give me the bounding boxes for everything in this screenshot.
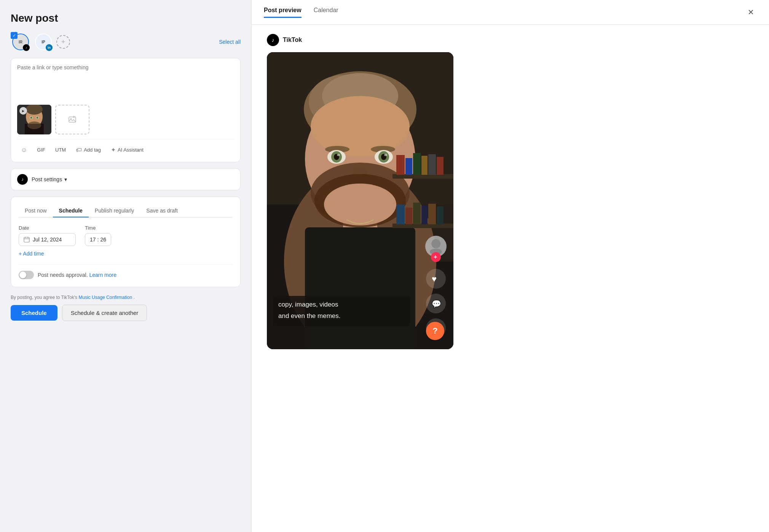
- time-input[interactable]: 17 : 26: [85, 233, 111, 246]
- tab-save-draft[interactable]: Save as draft: [140, 204, 184, 217]
- close-button[interactable]: ✕: [745, 6, 757, 18]
- svg-point-64: [431, 239, 440, 248]
- svg-point-44: [324, 184, 396, 225]
- right-tabs: Post preview Calendar: [264, 7, 338, 18]
- add-time-button[interactable]: + Add time: [19, 251, 44, 257]
- add-media-icon: [68, 115, 77, 124]
- account-chip-ip-linkedin[interactable]: IP in: [34, 32, 53, 52]
- time-hour: 17: [90, 236, 96, 243]
- utm-button[interactable]: UTM: [51, 145, 70, 155]
- svg-rect-60: [273, 296, 410, 326]
- svg-rect-49: [405, 158, 412, 175]
- approval-toggle[interactable]: [19, 271, 34, 279]
- time-field-group: Time 17 : 26: [85, 225, 111, 246]
- date-input[interactable]: Jul 12, 2024: [19, 233, 76, 246]
- music-confirmation-link[interactable]: Music Usage Confirmation: [78, 295, 132, 300]
- video-preview-svg: copy, images, videos and even the memes.…: [267, 52, 453, 349]
- tab-publish-regularly[interactable]: Publish regularly: [89, 204, 140, 217]
- compose-textarea[interactable]: [17, 64, 234, 99]
- toolbar-row: ☺ GIF UTM 🏷 Add tag ✦ AI Assistant: [17, 139, 234, 156]
- tab-schedule[interactable]: Schedule: [53, 204, 89, 217]
- ai-assistant-button[interactable]: ✦ AI Assistant: [107, 144, 147, 156]
- tiktok-logo: ♪: [267, 34, 279, 46]
- svg-rect-54: [396, 204, 405, 224]
- help-button[interactable]: ?: [426, 322, 444, 340]
- svg-point-37: [384, 154, 387, 156]
- schedule-tab-row: Post now Schedule Publish regularly Save…: [19, 204, 233, 217]
- schedule-button[interactable]: Schedule: [11, 305, 57, 321]
- action-row: Schedule Schedule & create another: [11, 305, 241, 321]
- time-label: Time: [85, 225, 111, 231]
- svg-rect-50: [413, 153, 421, 175]
- date-time-row: Date Jul 12, 2024 Time 17 : 26: [19, 225, 233, 246]
- approval-row: Post needs approval. Learn more: [19, 264, 233, 279]
- select-all-button[interactable]: Select all: [219, 39, 241, 45]
- svg-rect-52: [428, 154, 436, 175]
- tab-post-now[interactable]: Post now: [19, 204, 53, 217]
- svg-rect-56: [413, 203, 421, 224]
- date-label: Date: [19, 225, 76, 231]
- date-value: Jul 12, 2024: [33, 236, 62, 243]
- sparkle-icon: ✦: [111, 146, 116, 153]
- schedule-create-another-button[interactable]: Schedule & create another: [62, 305, 147, 321]
- svg-text:💬: 💬: [432, 299, 441, 308]
- svg-point-36: [337, 154, 340, 156]
- toggle-knob: [19, 272, 26, 278]
- ai-assistant-label: AI Assistant: [118, 147, 144, 153]
- emoji-button[interactable]: ☺: [17, 144, 31, 156]
- time-minute: 26: [100, 236, 106, 243]
- add-tag-button[interactable]: 🏷 Add tag: [72, 144, 105, 156]
- preview-area: ♪ TikTok: [252, 25, 769, 532]
- svg-rect-48: [396, 155, 405, 175]
- tiktok-icon-sm: ♪: [17, 174, 28, 185]
- account-selector-row: ✓ IR ♪ IP in + Select all: [11, 32, 241, 52]
- video-preview: copy, images, videos and even the memes.…: [267, 52, 453, 349]
- date-field-group: Date Jul 12, 2024: [19, 225, 76, 246]
- svg-rect-13: [24, 237, 29, 242]
- calendar-icon: [24, 236, 30, 243]
- svg-rect-55: [405, 208, 412, 224]
- right-panel: Post preview Calendar ✕ ♪ TikTok: [251, 0, 769, 532]
- page-title: New post: [11, 12, 241, 24]
- schedule-card: Post now Schedule Publish regularly Save…: [11, 197, 241, 287]
- svg-rect-9: [69, 117, 76, 122]
- account-chip-ir-tiktok[interactable]: ✓ IR ♪: [11, 32, 30, 52]
- footer-section: By posting, you agree to TikTok's Music …: [11, 295, 241, 321]
- svg-text:and even the memes.: and even the memes.: [278, 312, 340, 320]
- svg-rect-51: [421, 156, 428, 175]
- svg-point-6: [30, 117, 32, 119]
- svg-point-27: [311, 96, 410, 157]
- add-media-button[interactable]: [55, 105, 89, 134]
- right-header: Post preview Calendar ✕: [252, 0, 769, 25]
- post-settings-card: ♪ Post settings ▾: [11, 168, 241, 190]
- svg-point-4: [27, 121, 41, 129]
- footer-note: By posting, you agree to TikTok's Music …: [11, 295, 241, 300]
- post-settings-button[interactable]: Post settings ▾: [32, 176, 67, 182]
- post-settings-label: Post settings: [32, 176, 62, 182]
- left-panel: New post ✓ IR ♪ IP in + Select all: [0, 0, 251, 532]
- emoji-icon: ☺: [21, 147, 27, 153]
- utm-label: UTM: [55, 147, 66, 153]
- tab-calendar[interactable]: Calendar: [314, 7, 338, 18]
- media-thumbnail[interactable]: ▶: [17, 105, 51, 134]
- play-icon: ▶: [19, 107, 27, 115]
- svg-rect-57: [421, 205, 428, 224]
- add-account-button[interactable]: +: [56, 35, 70, 49]
- svg-rect-53: [437, 157, 444, 175]
- time-separator: :: [97, 236, 99, 243]
- platform-badge-tiktok: ♪: [23, 44, 30, 51]
- tab-post-preview[interactable]: Post preview: [264, 7, 302, 18]
- svg-point-8: [37, 117, 38, 119]
- platform-badge-linkedin: in: [46, 44, 53, 51]
- platform-name: TikTok: [283, 37, 302, 43]
- svg-text:+: +: [434, 254, 437, 260]
- svg-text:♥: ♥: [432, 274, 437, 284]
- approval-text: Post needs approval. Learn more: [38, 272, 116, 278]
- svg-rect-59: [437, 206, 444, 224]
- media-row: ▶: [17, 105, 234, 134]
- gif-button[interactable]: GIF: [33, 145, 49, 155]
- svg-rect-58: [428, 204, 436, 224]
- tag-icon: 🏷: [76, 147, 82, 153]
- learn-more-link[interactable]: Learn more: [89, 272, 116, 278]
- svg-rect-45: [305, 227, 415, 349]
